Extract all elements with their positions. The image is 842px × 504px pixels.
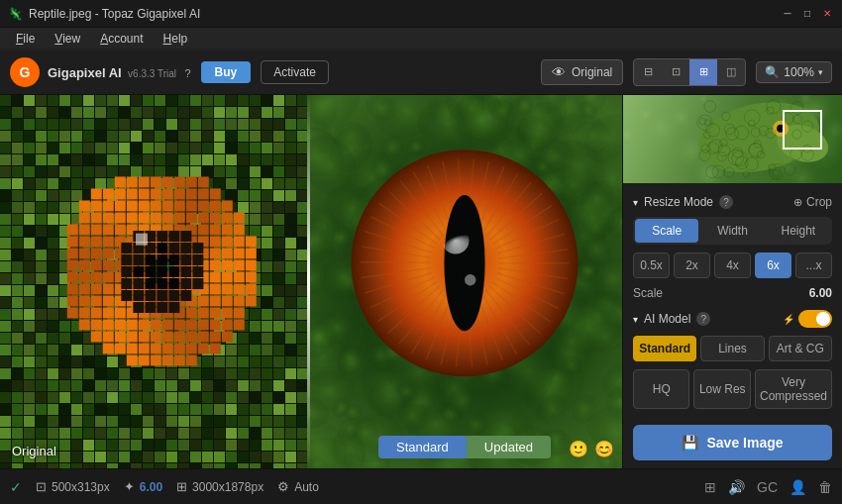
menu-bar: File View Account Help xyxy=(0,28,842,50)
quality-very-compressed[interactable]: Very Compressed xyxy=(755,369,832,409)
original-label: Original xyxy=(572,65,612,79)
main-content: Original Standard Updated 🙂 😊 xyxy=(0,95,842,468)
help-icon[interactable]: ? xyxy=(184,67,190,79)
ai-model-title: AI Model xyxy=(644,312,690,326)
logo-area: G Gigapixel AI v6.3.3 Trial ? xyxy=(10,57,191,87)
eye-icon: 👁 xyxy=(552,64,566,80)
tab-scale[interactable]: Scale xyxy=(635,219,698,243)
emoji-1: 🙂 xyxy=(569,440,588,458)
right-image[interactable]: Standard Updated 🙂 😊 xyxy=(307,95,622,468)
tab-width[interactable]: Width xyxy=(700,219,764,243)
save-image-button[interactable]: 💾 Save Image xyxy=(633,425,832,460)
status-right: ⊞ 🔊 GC 👤 🗑 xyxy=(704,479,832,495)
thumbnail-viewport-box xyxy=(783,110,822,150)
status-scale-value: 6.00 xyxy=(140,480,162,494)
model-art-cg[interactable]: Art & CG xyxy=(769,336,832,361)
crop-icon: ⊕ xyxy=(793,196,802,209)
app-icon: 🦎 xyxy=(8,7,23,21)
buy-button[interactable]: Buy xyxy=(201,61,252,83)
view-mode-group: ⊟ ⊡ ⊞ ◫ xyxy=(633,58,746,86)
lightning-icon: ⚡ xyxy=(783,314,794,325)
ai-model-chevron-icon: ▾ xyxy=(633,314,638,325)
auto-item: ⚙ Auto xyxy=(277,479,319,494)
grid-icon[interactable]: ⊞ xyxy=(704,479,716,495)
view-mode-split-horizontal[interactable]: ⊡ xyxy=(662,59,689,85)
crop-label: Crop xyxy=(806,195,832,209)
left-image[interactable]: Original xyxy=(0,95,307,468)
scale-text-label: Scale xyxy=(633,286,663,300)
emoji-2: 😊 xyxy=(594,440,614,458)
model-standard[interactable]: Standard xyxy=(633,336,696,361)
scale-number: 6.00 xyxy=(809,286,832,300)
resize-chevron-icon: ▾ xyxy=(633,197,638,208)
quality-low-res[interactable]: Low Res xyxy=(693,369,750,409)
model-lines[interactable]: Lines xyxy=(700,336,764,361)
title-text: Reptile.jpeg - Topaz Gigapixel AI xyxy=(29,7,200,21)
tab-height[interactable]: Height xyxy=(767,219,830,243)
original-button[interactable]: 👁 Original xyxy=(541,59,623,85)
auto-icon: ⚙ xyxy=(277,479,289,494)
controls-area: ▾ Resize Mode ? ⊕ Crop Scale Width Heigh… xyxy=(623,183,842,417)
scale-2x[interactable]: 2x xyxy=(674,252,710,278)
enhanced-image-canvas xyxy=(307,95,622,468)
menu-help[interactable]: Help xyxy=(156,30,196,48)
resize-mode-title: Resize Mode xyxy=(644,195,713,209)
activate-button[interactable]: Activate xyxy=(261,60,329,84)
trash-icon[interactable]: 🗑 xyxy=(818,479,832,495)
comparison-emoji: 🙂 😊 xyxy=(569,440,614,458)
zoom-value: 100% xyxy=(784,65,814,79)
scale-4x[interactable]: 4x xyxy=(714,252,751,278)
save-icon: 💾 xyxy=(682,435,698,451)
comparison-labels: Standard Updated xyxy=(378,436,551,458)
menu-file[interactable]: File xyxy=(8,30,43,48)
input-size-item: ⊡ 500x313px xyxy=(36,479,110,494)
ai-model-toggle[interactable] xyxy=(798,310,832,328)
original-label: Original xyxy=(12,444,56,458)
ai-model-toggle-area: ⚡ xyxy=(783,310,832,328)
input-size: 500x313px xyxy=(52,480,110,494)
crop-button[interactable]: ⊕ Crop xyxy=(793,195,832,209)
user-icon[interactable]: 👤 xyxy=(789,479,806,495)
scale-icon: ✦ xyxy=(124,479,135,494)
output-size-item: ⊞ 3000x1878px xyxy=(176,479,263,494)
zoom-icon: 🔍 xyxy=(765,65,780,79)
app-version: v6.3.3 Trial xyxy=(128,68,176,79)
audio-icon[interactable]: 🔊 xyxy=(728,479,745,495)
comp-label-updated: Updated xyxy=(467,436,551,458)
menu-account[interactable]: Account xyxy=(92,30,151,48)
scale-value-row: Scale 6.00 xyxy=(633,286,832,300)
close-button[interactable]: ✕ xyxy=(820,7,834,21)
app-name-area: Gigapixel AI v6.3.3 Trial ? xyxy=(48,63,191,81)
resize-tab-group: Scale Width Height xyxy=(633,217,832,245)
ai-model-help[interactable]: ? xyxy=(696,312,710,326)
title-bar-left: 🦎 Reptile.jpeg - Topaz Gigapixel AI xyxy=(8,7,200,21)
output-icon: ⊞ xyxy=(176,479,187,494)
quality-button-group: HQ Low Res Very Compressed xyxy=(633,369,832,409)
scale-6x[interactable]: 6x xyxy=(755,252,791,278)
model-button-group: Standard Lines Art & CG xyxy=(633,336,832,361)
menu-view[interactable]: View xyxy=(47,30,88,48)
image-divider xyxy=(307,95,310,468)
view-mode-side-by-side[interactable]: ⊞ xyxy=(689,59,717,85)
view-mode-single[interactable]: ◫ xyxy=(717,59,745,85)
quality-hq[interactable]: HQ xyxy=(633,369,689,409)
logo-circle: G xyxy=(10,57,40,87)
ai-model-header: ▾ AI Model ? ⚡ xyxy=(633,310,832,328)
resize-mode-header: ▾ Resize Mode ? ⊕ Crop xyxy=(633,195,832,209)
scale-custom[interactable]: ...x xyxy=(795,252,832,278)
check-icon: ✓ xyxy=(10,479,22,495)
maximize-button[interactable]: □ xyxy=(800,7,814,21)
gc-label[interactable]: GC xyxy=(757,479,778,495)
zoom-control[interactable]: 🔍 100% ▾ xyxy=(756,61,832,83)
title-controls[interactable]: ─ □ ✕ xyxy=(781,7,834,21)
auto-label: Auto xyxy=(294,480,319,494)
save-label: Save Image xyxy=(706,435,783,451)
view-mode-split-vertical[interactable]: ⊟ xyxy=(634,59,662,85)
resize-mode-help[interactable]: ? xyxy=(719,195,733,209)
thumbnail-area[interactable] xyxy=(623,95,842,183)
zoom-chevron: ▾ xyxy=(818,67,823,77)
save-button-area: 💾 Save Image xyxy=(623,417,842,468)
image-panel[interactable]: Original Standard Updated 🙂 😊 xyxy=(0,95,622,468)
minimize-button[interactable]: ─ xyxy=(781,7,794,21)
scale-0-5x[interactable]: 0.5x xyxy=(633,252,670,278)
